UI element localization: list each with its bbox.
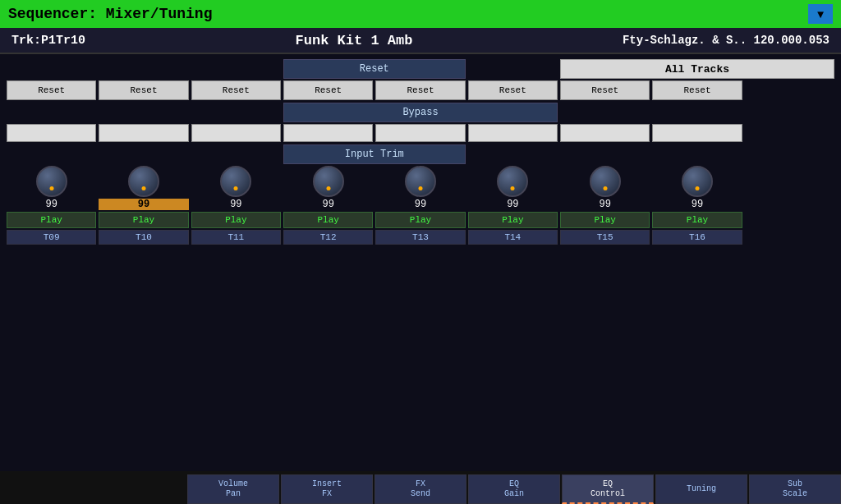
reset-btn-t16[interactable]: Reset bbox=[652, 80, 742, 100]
empty-play-9 bbox=[745, 212, 834, 228]
knob-t09 bbox=[7, 166, 96, 197]
empty-it5 bbox=[560, 144, 650, 164]
tab-eq-gain[interactable]: EQ Gain bbox=[468, 474, 560, 504]
track-id-t12: T12 bbox=[283, 230, 373, 245]
reset-btn-t10[interactable]: Reset bbox=[99, 80, 188, 100]
empty-tab-0 bbox=[0, 474, 92, 504]
knob-t12-dial[interactable] bbox=[313, 166, 344, 197]
empty-b3 bbox=[191, 103, 281, 122]
play-btn-t14[interactable]: Play bbox=[468, 212, 558, 228]
knob-t15 bbox=[560, 166, 650, 197]
knob-t16 bbox=[652, 166, 742, 197]
bypass-t14[interactable] bbox=[468, 124, 558, 142]
bypass-t10[interactable] bbox=[99, 124, 188, 142]
track-id-t11: T11 bbox=[191, 230, 281, 245]
empty-4 bbox=[468, 59, 558, 79]
empty-it7 bbox=[745, 144, 834, 164]
bypass-t13[interactable] bbox=[375, 124, 465, 142]
input-trim-header: Input Trim bbox=[283, 144, 466, 164]
reset-btn-t15[interactable]: Reset bbox=[560, 80, 650, 100]
reset-btn-t09[interactable]: Reset bbox=[7, 80, 96, 100]
knob-t11-dial[interactable] bbox=[220, 166, 251, 197]
empty-it2 bbox=[99, 144, 188, 164]
tab-volume-pan[interactable]: Volume Pan bbox=[187, 474, 279, 504]
info-bar: Trk:P1Tr10 Funk Kit 1 Amb Fty-Schlagz. &… bbox=[0, 28, 841, 54]
knob-t13-dial[interactable] bbox=[405, 166, 436, 197]
bypass-t16[interactable] bbox=[652, 124, 742, 142]
value-t16: 99 bbox=[652, 199, 742, 210]
dropdown-button[interactable]: ▼ bbox=[808, 4, 833, 24]
empty-2 bbox=[99, 59, 188, 79]
reset-btn-t13[interactable]: Reset bbox=[375, 80, 465, 100]
header-row-1: Reset All Tracks bbox=[7, 59, 834, 79]
title-text: Sequencer: Mixer/Tuning bbox=[8, 6, 212, 22]
values-row: 99 99 99 99 99 99 99 99 bbox=[7, 199, 834, 210]
bypass-header: Bypass bbox=[283, 103, 558, 122]
play-row: Play Play Play Play Play Play Play Play bbox=[7, 212, 834, 228]
knob-t16-dial[interactable] bbox=[682, 166, 713, 197]
value-t13: 99 bbox=[375, 199, 465, 210]
track-ids-row: T09 T10 T11 T12 T13 T14 T15 T16 bbox=[7, 230, 834, 245]
bypass-t11[interactable] bbox=[191, 124, 281, 142]
bypass-t09[interactable] bbox=[7, 124, 96, 142]
empty-knob-9 bbox=[745, 166, 834, 197]
kit-name: Funk Kit 1 Amb bbox=[296, 33, 413, 48]
bypass-t15[interactable] bbox=[560, 124, 650, 142]
knob-t14-dial[interactable] bbox=[497, 166, 528, 197]
play-btn-t09[interactable]: Play bbox=[7, 212, 96, 228]
value-t12: 99 bbox=[283, 199, 373, 210]
empty-value-9 bbox=[745, 199, 834, 210]
header-row-input-trim: Input Trim bbox=[7, 144, 834, 164]
play-btn-t16[interactable]: Play bbox=[652, 212, 742, 228]
play-btn-t15[interactable]: Play bbox=[560, 212, 650, 228]
track-id-t09: T09 bbox=[7, 230, 96, 245]
knob-t11 bbox=[191, 166, 281, 197]
play-btn-t12[interactable]: Play bbox=[283, 212, 373, 228]
knob-t15-dial[interactable] bbox=[590, 166, 621, 197]
bottom-tabs: Volume Pan Insert FX FX Send EQ Gain EQ … bbox=[0, 474, 841, 504]
empty-1 bbox=[7, 59, 96, 79]
empty-b4 bbox=[560, 103, 650, 122]
play-btn-t10[interactable]: Play bbox=[99, 212, 188, 228]
track-id-t13: T13 bbox=[375, 230, 465, 245]
empty-track-9 bbox=[745, 230, 834, 245]
empty-b6 bbox=[745, 103, 834, 122]
reset-btn-t11[interactable]: Reset bbox=[191, 80, 281, 100]
reset-btn-t12[interactable]: Reset bbox=[283, 80, 373, 100]
knob-t12 bbox=[283, 166, 373, 197]
value-t11: 99 bbox=[191, 199, 281, 210]
empty-b5 bbox=[652, 103, 742, 122]
tab-sub-scale[interactable]: Sub Scale bbox=[749, 474, 841, 504]
bypass-row bbox=[7, 124, 834, 142]
value-t09: 99 bbox=[7, 199, 96, 210]
value-t15: 99 bbox=[560, 199, 650, 210]
knob-t14 bbox=[468, 166, 558, 197]
reset-btn-t14[interactable]: Reset bbox=[468, 80, 558, 100]
track-id-t16: T16 bbox=[652, 230, 742, 245]
bypass-t12[interactable] bbox=[283, 124, 373, 142]
knob-t10-dial[interactable] bbox=[128, 166, 159, 197]
value-t14: 99 bbox=[468, 199, 558, 210]
tab-fx-send[interactable]: FX Send bbox=[375, 474, 466, 504]
track-id-t15: T15 bbox=[560, 230, 650, 245]
reset-header: Reset bbox=[283, 59, 466, 79]
empty-tab-1 bbox=[94, 474, 186, 504]
empty-b1 bbox=[7, 103, 96, 122]
empty-bypass-9 bbox=[745, 124, 834, 142]
tab-tuning[interactable]: Tuning bbox=[655, 474, 747, 504]
all-tracks-header[interactable]: All Tracks bbox=[560, 59, 834, 79]
play-btn-t11[interactable]: Play bbox=[191, 212, 281, 228]
empty-b2 bbox=[99, 103, 188, 122]
play-btn-t13[interactable]: Play bbox=[375, 212, 465, 228]
empty-it1 bbox=[7, 144, 96, 164]
knob-t09-dial[interactable] bbox=[36, 166, 67, 197]
empty-it6 bbox=[652, 144, 742, 164]
tab-insert-fx[interactable]: Insert FX bbox=[281, 474, 373, 504]
empty-it3 bbox=[191, 144, 281, 164]
main-content: Reset All Tracks Reset Reset Reset Reset… bbox=[0, 54, 841, 471]
title-bar: Sequencer: Mixer/Tuning ▼ bbox=[0, 0, 841, 28]
track-id-t10: T10 bbox=[99, 230, 188, 245]
knob-t13 bbox=[375, 166, 465, 197]
right-info: Fty-Schlagz. & S.. 120.000.053 bbox=[623, 34, 830, 47]
tab-eq-control[interactable]: EQ Control bbox=[562, 474, 654, 504]
